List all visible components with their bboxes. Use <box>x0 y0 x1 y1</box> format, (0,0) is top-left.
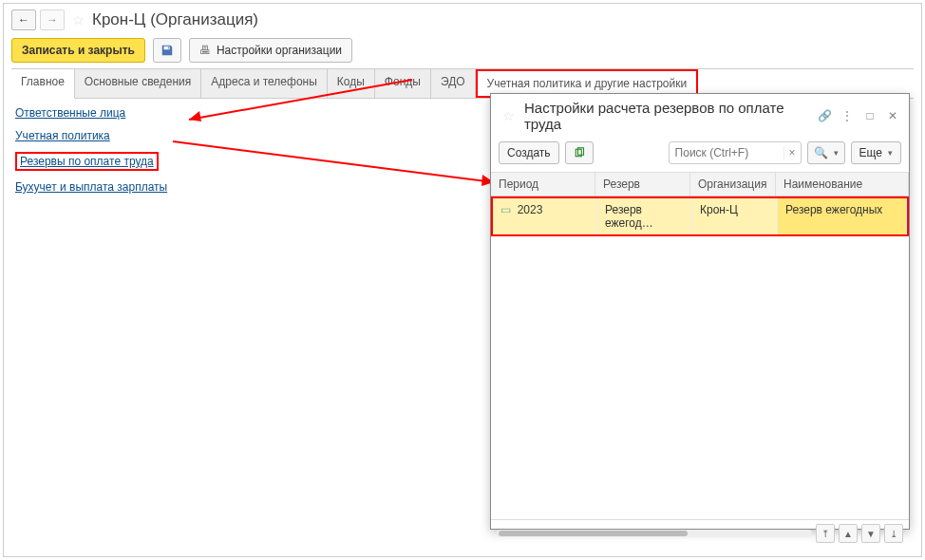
tab-main[interactable]: Главное <box>11 69 75 99</box>
tab-edo[interactable]: ЭДО <box>431 69 476 98</box>
h-scrollbar[interactable] <box>497 530 812 537</box>
cell-name: Резерв ежегодных <box>778 198 907 234</box>
maximize-icon[interactable]: □ <box>861 109 878 122</box>
grid-header: Период Резерв Организация Наименование <box>491 173 909 196</box>
grid-body[interactable]: ▭ 2023 Резерв ежегод… Крон-Ц Резерв ежег… <box>491 196 909 519</box>
more-menu-icon[interactable]: ⋮ <box>839 109 856 122</box>
forward-button[interactable]: → <box>40 9 65 30</box>
link-accounting-policy[interactable]: Учетная политика <box>15 129 110 142</box>
link-responsible[interactable]: Ответственные лица <box>15 106 125 120</box>
search-wrap: × <box>669 141 802 164</box>
nav-row: ← → ☆ Крон-Ц (Организация) <box>4 4 921 32</box>
back-button[interactable]: ← <box>11 9 36 30</box>
printer-icon: 🖶 <box>199 44 211 57</box>
page-title: Крон-Ц (Организация) <box>92 10 258 29</box>
copy-icon <box>574 147 585 159</box>
popup-footer: ⤒ ▲ ▼ ⤓ <box>491 519 909 547</box>
link-reserves[interactable]: Резервы по оплате труда <box>15 152 159 171</box>
chevron-down-icon: ▾ <box>834 148 839 158</box>
refresh-button[interactable] <box>565 141 594 164</box>
search-dropdown-button[interactable]: 🔍 ▾ <box>807 141 845 164</box>
row-marker-icon: ▭ <box>500 203 511 216</box>
chevron-down-icon: ▾ <box>888 148 893 158</box>
popup-star-icon[interactable]: ☆ <box>502 108 515 123</box>
tab-codes[interactable]: Коды <box>328 69 375 98</box>
link-icon[interactable]: 🔗 <box>816 109 833 122</box>
save-button[interactable] <box>153 38 181 63</box>
col-reserve[interactable]: Резерв <box>595 173 690 196</box>
save-and-close-button[interactable]: Записать и закрыть <box>11 38 145 63</box>
magnifier-icon: 🔍 <box>814 146 828 159</box>
reserves-popup: ☆ Настройки расчета резервов по оплате т… <box>490 93 910 530</box>
tab-addresses[interactable]: Адреса и телефоны <box>201 69 328 98</box>
main-toolbar: Записать и закрыть 🖶 Настройки организац… <box>4 32 921 68</box>
scroll-top-button[interactable]: ⤒ <box>816 524 835 543</box>
search-input[interactable] <box>670 146 783 159</box>
more-button[interactable]: Еще ▾ <box>851 141 901 164</box>
col-org[interactable]: Организация <box>690 173 776 196</box>
close-icon[interactable]: ✕ <box>884 109 901 122</box>
cell-period: ▭ 2023 <box>493 198 597 234</box>
tab-basic-info[interactable]: Основные сведения <box>75 69 201 98</box>
col-period[interactable]: Период <box>491 173 595 196</box>
org-settings-label: Настройки организации <box>217 44 342 57</box>
scroll-down-button[interactable]: ▼ <box>861 524 880 543</box>
floppy-icon <box>160 44 174 57</box>
tab-funds[interactable]: Фонды <box>375 69 431 98</box>
favorite-star-icon[interactable]: ☆ <box>72 12 85 28</box>
col-name[interactable]: Наименование <box>776 173 909 196</box>
table-row[interactable]: ▭ 2023 Резерв ежегод… Крон-Ц Резерв ежег… <box>491 196 909 236</box>
scroll-up-button[interactable]: ▲ <box>839 524 858 543</box>
popup-title: Настройки расчета резервов по оплате тру… <box>524 100 810 132</box>
scroll-bottom-button[interactable]: ⤓ <box>884 524 903 543</box>
create-button[interactable]: Создать <box>499 141 559 164</box>
popup-toolbar: Создать × 🔍 ▾ Еще ▾ <box>491 138 909 173</box>
cell-org: Крон-Ц <box>692 198 778 234</box>
org-settings-button[interactable]: 🖶 Настройки организации <box>189 38 352 63</box>
app-window: ← → ☆ Крон-Ц (Организация) Записать и за… <box>3 3 922 557</box>
link-payroll[interactable]: Бухучет и выплата зарплаты <box>15 180 167 194</box>
popup-header: ☆ Настройки расчета резервов по оплате т… <box>491 94 909 138</box>
more-label: Еще <box>859 146 882 159</box>
search-clear-icon[interactable]: × <box>783 146 801 159</box>
cell-reserve: Резерв ежегод… <box>597 198 692 234</box>
